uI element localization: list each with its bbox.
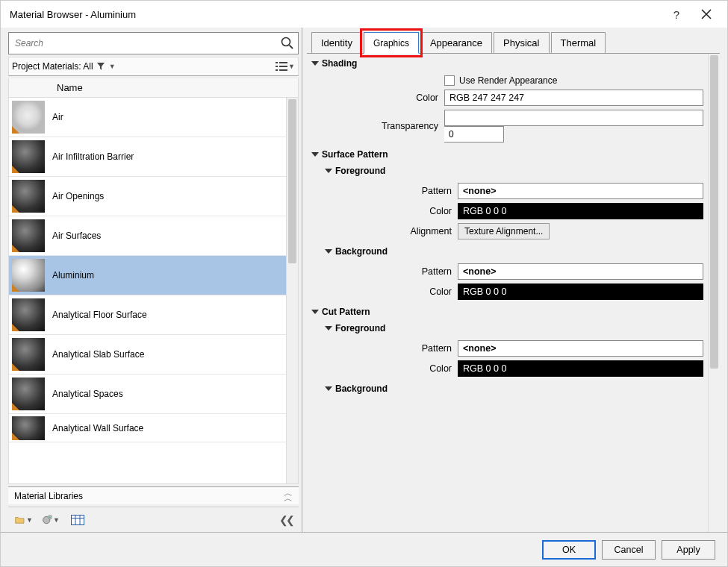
svg-rect-9 (72, 515, 84, 524)
list-header-name[interactable]: Name (9, 78, 298, 98)
subsection-background[interactable]: Background (325, 243, 703, 260)
chevron-down-icon (325, 326, 332, 331)
surface-fg-color[interactable]: RGB 0 0 0 (458, 203, 703, 219)
help-button[interactable]: ? (662, 1, 691, 28)
subsection-foreground[interactable]: Foreground (325, 320, 703, 336)
expand-up-icon[interactable]: ︿︿ (284, 491, 293, 501)
surface-bg-pattern[interactable]: <none> (458, 263, 703, 280)
view-dropdown-icon[interactable]: ▼ (288, 63, 295, 70)
svg-rect-6 (279, 69, 287, 71)
transparency-field[interactable]: 0 (444, 110, 703, 142)
tab-thermal[interactable]: Thermal (551, 32, 606, 54)
tab-bar: Identity Graphics Appearance Physical Th… (307, 32, 720, 54)
list-item[interactable]: Air (9, 98, 298, 137)
material-name: Air Surfaces (52, 231, 101, 241)
new-material-icon[interactable]: ▼ (41, 512, 60, 528)
material-swatch (12, 101, 45, 134)
chevron-down-icon (311, 152, 319, 157)
list-item-selected[interactable]: Aluminium (9, 256, 298, 295)
close-button[interactable] (691, 1, 721, 28)
material-swatch (12, 416, 45, 440)
material-name: Air Openings (52, 191, 104, 201)
material-name: Analytical Floor Surface (52, 310, 147, 320)
list-item[interactable]: Air Surfaces (9, 216, 298, 256)
collapse-left-icon[interactable]: ❮❮ (279, 514, 293, 526)
list-item[interactable]: Analytical Spaces (9, 375, 298, 414)
material-name: Analytical Slab Surface (52, 349, 144, 360)
material-name: Air Infiltration Barrier (52, 151, 134, 162)
list-item[interactable]: Analytical Slab Surface (9, 335, 298, 375)
filter-dropdown-icon[interactable]: ▼ (109, 63, 116, 70)
project-filter-label: Project Materials: All (12, 61, 93, 72)
label-color: Color (325, 286, 458, 297)
surface-fg-pattern[interactable]: <none> (458, 183, 703, 199)
cut-fg-pattern[interactable]: <none> (458, 340, 703, 357)
material-libraries-label: Material Libraries (14, 491, 83, 501)
list-item[interactable]: Air Infiltration Barrier (9, 137, 298, 177)
material-libraries-bar[interactable]: Material Libraries ︿︿ (8, 486, 299, 504)
label-color: Color (311, 93, 444, 103)
section-shading[interactable]: Shading (311, 55, 703, 72)
material-swatch (12, 180, 45, 213)
search-icon (280, 36, 295, 51)
list-item[interactable]: Analytical Wall Surface (9, 414, 298, 442)
grid-icon[interactable] (68, 512, 87, 528)
section-cut-pattern[interactable]: Cut Pattern (311, 304, 703, 320)
tab-physical[interactable]: Physical (494, 32, 549, 54)
subsection-background[interactable]: Background (325, 380, 703, 397)
label-pattern: Pattern (325, 266, 458, 277)
material-swatch (12, 219, 45, 252)
title-bar: Material Browser - Aluminium ? (1, 1, 727, 28)
chevron-down-icon (325, 386, 332, 391)
material-name: Analytical Spaces (52, 389, 123, 399)
svg-rect-4 (279, 66, 287, 67)
material-name: Aluminium (52, 270, 94, 281)
label-pattern: Pattern (325, 343, 458, 354)
material-swatch (12, 378, 45, 410)
label-color: Color (325, 363, 458, 374)
use-render-checkbox[interactable]: Use Render Appearance (444, 75, 703, 86)
window-title: Material Browser - Aluminium (10, 9, 662, 20)
left-toolbar: ▼ ▼ ❮❮ (8, 507, 299, 532)
tab-appearance[interactable]: Appearance (420, 32, 492, 54)
material-name: Analytical Wall Surface (52, 423, 143, 433)
tab-graphics[interactable]: Graphics (364, 32, 419, 54)
list-item[interactable]: Analytical Floor Surface (9, 295, 298, 335)
svg-rect-3 (276, 66, 278, 67)
cut-fg-color[interactable]: RGB 0 0 0 (458, 360, 703, 377)
label-transparency: Transparency (311, 121, 444, 131)
ok-button[interactable]: OK (542, 540, 596, 560)
search-input[interactable] (13, 37, 279, 49)
project-filter-bar[interactable]: Project Materials: All ▼ ▼ (8, 57, 299, 76)
cancel-button[interactable]: Cancel (602, 540, 656, 560)
folder-icon[interactable]: ▼ (14, 512, 34, 528)
surface-bg-color[interactable]: RGB 0 0 0 (458, 284, 703, 300)
material-swatch (12, 140, 45, 173)
label-pattern: Pattern (325, 186, 458, 196)
material-swatch (12, 298, 45, 331)
svg-point-0 (282, 38, 290, 46)
subsection-foreground[interactable]: Foreground (325, 163, 703, 179)
checkbox-icon[interactable] (444, 75, 455, 86)
view-list-icon[interactable] (276, 61, 287, 72)
svg-rect-1 (276, 62, 278, 63)
label-color: Color (325, 206, 458, 216)
material-swatch (12, 259, 45, 292)
shading-color-field[interactable]: RGB 247 247 247 (444, 90, 703, 106)
search-box[interactable] (8, 32, 299, 54)
list-scrollbar[interactable] (286, 98, 298, 483)
material-swatch (12, 338, 45, 371)
dialog-footer: OK Cancel Apply (1, 532, 727, 566)
material-name: Air (52, 112, 63, 122)
list-item[interactable]: Air Openings (9, 177, 298, 216)
texture-alignment-button[interactable]: Texture Alignment... (458, 223, 550, 239)
apply-button[interactable]: Apply (662, 540, 715, 560)
section-surface-pattern[interactable]: Surface Pattern (311, 146, 703, 163)
svg-rect-2 (279, 62, 287, 63)
chevron-down-icon (325, 169, 332, 173)
chevron-down-icon (311, 310, 319, 314)
chevron-down-icon (311, 61, 319, 66)
panel-scrollbar[interactable] (708, 54, 720, 532)
tab-identity[interactable]: Identity (311, 32, 362, 54)
filter-icon[interactable] (96, 62, 105, 71)
